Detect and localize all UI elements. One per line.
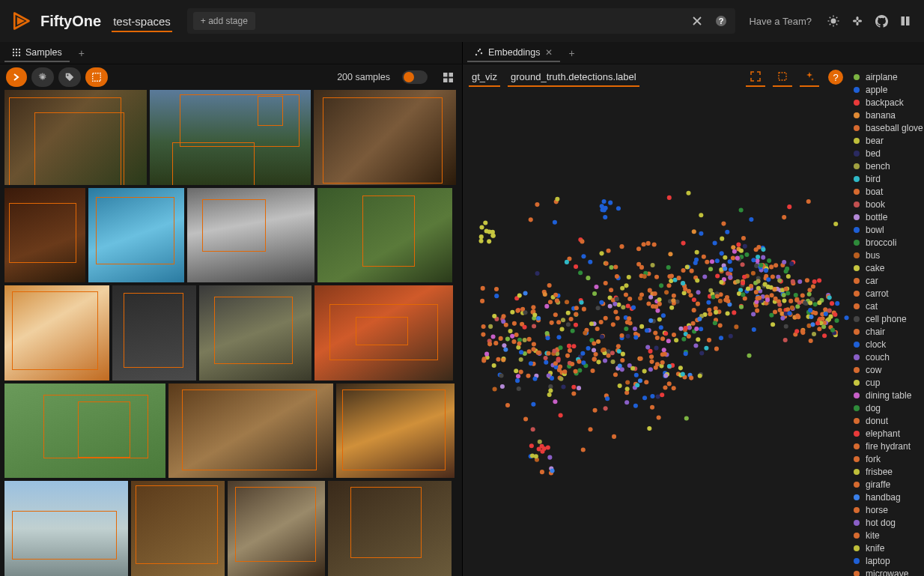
svg-point-146 [529, 361, 533, 366]
legend-item[interactable]: frisbee [854, 465, 920, 478]
sample-thumbnail[interactable] [314, 285, 453, 381]
github-icon[interactable] [873, 13, 890, 29]
sparkle-tool-icon[interactable] [800, 67, 819, 87]
sample-thumbnail[interactable] [4, 285, 109, 381]
sample-thumbnail[interactable] [168, 384, 333, 479]
slack-icon[interactable] [849, 13, 866, 29]
legend-item[interactable]: broccoli [854, 236, 920, 249]
svg-point-221 [604, 316, 608, 321]
legend-item[interactable]: hot dog [854, 516, 920, 529]
legend-item[interactable]: cell phone [854, 312, 920, 325]
grid-size-toggle[interactable] [402, 70, 428, 84]
theme-toggle-icon[interactable] [825, 13, 842, 29]
legend-item[interactable]: knife [854, 542, 920, 554]
legend-dot-icon [854, 342, 860, 348]
legend-item[interactable]: couch [854, 351, 920, 363]
legend-item[interactable]: dining table [854, 389, 920, 401]
clear-view-icon[interactable] [689, 13, 705, 29]
legend-item[interactable]: handbag [854, 491, 920, 503]
legend-item[interactable]: microwave [854, 567, 920, 576]
image-grid[interactable] [0, 90, 462, 576]
legend-item[interactable]: bench [854, 160, 920, 172]
legend-item[interactable]: donut [854, 414, 920, 427]
legend-item[interactable]: book [854, 198, 920, 210]
tab-samples[interactable]: Samples [4, 44, 70, 62]
legend-item[interactable]: bear [854, 134, 920, 147]
legend-item[interactable]: baseball glove [854, 121, 920, 134]
sample-thumbnail[interactable] [112, 285, 196, 381]
fullscreen-tool-icon[interactable] [746, 67, 765, 87]
legend-item[interactable]: carrot [854, 287, 920, 300]
legend-item[interactable]: bed [854, 147, 920, 160]
legend-label: cup [866, 378, 880, 388]
add-stage-button[interactable]: + add stage [193, 12, 255, 30]
svg-point-741 [815, 321, 820, 325]
legend-item[interactable]: cake [854, 261, 920, 274]
legend-item[interactable]: banana [854, 109, 920, 121]
legend-item[interactable]: elephant [854, 427, 920, 440]
close-icon[interactable]: ✕ [545, 47, 553, 58]
grid-layout-icon[interactable] [440, 69, 456, 85]
legend-item[interactable]: laptop [854, 554, 920, 567]
svg-point-168 [538, 440, 542, 444]
sample-thumbnail[interactable] [150, 90, 311, 185]
tab-add-right[interactable]: + [563, 44, 581, 62]
legend-item[interactable]: bus [854, 249, 920, 261]
sample-thumbnail[interactable] [314, 90, 456, 185]
svg-point-209 [586, 346, 591, 351]
legend-item[interactable]: apple [854, 83, 920, 96]
svg-point-439 [607, 354, 611, 358]
legend-item[interactable]: cat [854, 300, 920, 312]
svg-point-635 [666, 339, 671, 343]
legend-item[interactable]: chair [854, 325, 920, 338]
sample-thumbnail[interactable] [317, 188, 452, 283]
svg-point-661 [696, 302, 700, 306]
svg-point-381 [617, 349, 621, 354]
sample-thumbnail[interactable] [88, 188, 184, 283]
dataset-selector[interactable]: test-spaces [112, 10, 172, 32]
legend-item[interactable]: kite [854, 529, 920, 542]
legend-item[interactable]: car [854, 274, 920, 287]
sample-thumbnail[interactable] [199, 285, 311, 381]
embeddings-help-icon[interactable]: ? [828, 70, 843, 85]
patches-button[interactable] [85, 67, 108, 87]
sample-thumbnail[interactable] [4, 481, 128, 576]
legend-item[interactable]: cow [854, 363, 920, 376]
legend-item[interactable]: dog [854, 401, 920, 414]
svg-point-514 [582, 307, 586, 312]
legend-item[interactable]: fork [854, 452, 920, 465]
legend-item[interactable]: giraffe [854, 478, 920, 491]
tab-add-left[interactable]: + [73, 44, 91, 62]
docs-icon[interactable] [897, 13, 914, 29]
help-icon[interactable]: ? [713, 13, 729, 29]
sample-thumbnail[interactable] [336, 384, 455, 479]
sample-thumbnail[interactable] [131, 481, 225, 576]
teams-link[interactable]: Have a Team? [744, 16, 816, 27]
tab-embeddings[interactable]: Embeddings ✕ [467, 44, 560, 62]
viz-select[interactable]: gt_viz [469, 68, 500, 87]
legend-item[interactable]: boat [854, 185, 920, 198]
sample-thumbnail[interactable] [4, 188, 85, 283]
svg-point-347 [777, 303, 782, 307]
svg-point-555 [558, 345, 562, 350]
legend-item[interactable]: airplane [854, 70, 920, 83]
legend-item[interactable]: bottle [854, 210, 920, 223]
scatter-plot[interactable] [463, 90, 849, 576]
sample-thumbnail[interactable] [328, 481, 452, 576]
sample-thumbnail[interactable] [187, 188, 314, 283]
color-by-select[interactable]: ground_truth.detections.label [508, 68, 639, 87]
legend-item[interactable]: bowl [854, 223, 920, 236]
lasso-tool-icon[interactable] [773, 67, 792, 87]
sample-thumbnail[interactable] [4, 384, 165, 479]
settings-button[interactable] [31, 67, 54, 87]
legend-item[interactable]: fire hydrant [854, 440, 920, 452]
legend-item[interactable]: horse [854, 503, 920, 516]
sample-thumbnail[interactable] [228, 481, 325, 576]
legend-item[interactable]: bird [854, 172, 920, 185]
tag-button[interactable] [58, 67, 81, 87]
sample-thumbnail[interactable] [4, 90, 147, 185]
legend-item[interactable]: clock [854, 338, 920, 351]
legend-item[interactable]: cup [854, 376, 920, 389]
legend-item[interactable]: backpack [854, 96, 920, 109]
sidebar-toggle-button[interactable] [6, 67, 27, 87]
